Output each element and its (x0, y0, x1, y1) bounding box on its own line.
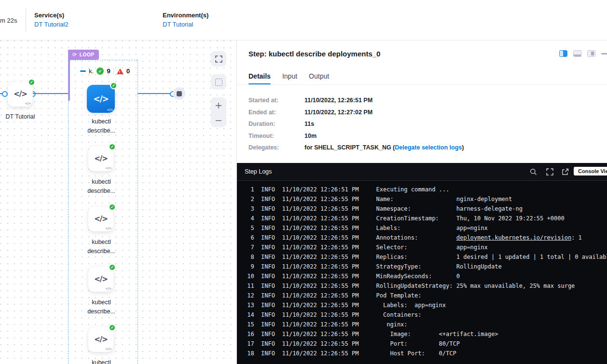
step-title: Step: kubectl describe deployments_0 (248, 50, 380, 58)
fullscreen-icon (215, 55, 222, 63)
edge-start-to-loop (33, 93, 68, 94)
duration-value: 11s (304, 121, 314, 127)
detail-row-delegates: Delegates: for SHELL_SCRIPT_TASK_NG (Del… (248, 144, 464, 151)
log-line: 15 INFO 11/10/2022 12:26:55 PM nginx: (244, 320, 607, 329)
fit-selection-icon (215, 79, 222, 86)
layout-right-view-button[interactable] (587, 50, 595, 57)
node-label-kubectl: kubectldescribe... (73, 238, 130, 256)
log-fullscreen-button[interactable] (546, 168, 553, 175)
success-badge-icon: ✓ (28, 79, 35, 86)
log-open-new-tab-button[interactable] (562, 168, 569, 175)
duration-label: Duration: (248, 121, 304, 127)
log-line: 4 INFO 11/10/2022 12:26:55 PM CreationTi… (244, 214, 607, 223)
tab-output[interactable]: Output (309, 72, 329, 80)
node-stage-end (173, 87, 185, 100)
node-kubectl-describe-selected[interactable]: </> </> ✓ (87, 85, 115, 113)
code-corner-icon: </> (105, 287, 111, 291)
success-badge-icon: ✓ (110, 82, 117, 89)
delegate-selection-logs-link[interactable]: Delegate selection logs (395, 144, 462, 151)
minimize-panel-button[interactable] (601, 53, 607, 54)
timeout-value: 10m (304, 133, 317, 139)
service-link[interactable]: DT Tutorial2 (34, 21, 69, 28)
environment-link[interactable]: DT Tutorial (163, 21, 208, 28)
tabs-border (237, 84, 607, 85)
log-annotation-link[interactable]: deployment.kubernetes.io/revision (456, 234, 571, 241)
log-search-button[interactable] (530, 168, 537, 175)
log-line: 6 INFO 11/10/2022 12:26:55 PM Annotation… (244, 233, 607, 243)
log-line: 2 INFO 11/10/2022 12:26:55 PM Name: ngin… (244, 194, 607, 204)
success-badge-icon: ✓ (109, 203, 116, 211)
log-line: 14 INFO 11/10/2022 12:26:55 PM Container… (244, 310, 607, 320)
detail-row-timeout: Timeout: 10m (248, 133, 464, 139)
node-kubectl-describe-3[interactable]: </> </> ✓ (88, 206, 113, 231)
log-line: 17 INFO 11/10/2022 12:26:55 PM Port: 80/… (244, 339, 607, 349)
node-label-dt-tutorial: DT Tutorial (0, 112, 49, 121)
log-line: 12 INFO 11/10/2022 12:26:55 PM Pod Templ… (244, 291, 607, 300)
node-label-kubectl: kubectldescribe... (73, 298, 130, 316)
loop-icon: ⟳ (72, 52, 77, 58)
layout-bottom-view-button[interactable] (573, 50, 581, 57)
code-corner-icon: </> (107, 108, 113, 112)
success-badge-icon: ✓ (109, 324, 116, 331)
log-line: 16 INFO 11/10/2022 12:26:55 PM Image: <+… (244, 329, 607, 339)
code-icon: </> (94, 154, 108, 163)
search-icon (530, 168, 537, 175)
zoom-out-button[interactable]: − (211, 112, 226, 127)
loop-border-top (70, 60, 138, 60)
console-view-button[interactable]: Console View (574, 167, 607, 175)
log-line: 13 INFO 11/10/2022 12:26:55 PM Labels: a… (244, 300, 607, 310)
loop-border-right (138, 60, 138, 364)
failed-count: 0 (126, 67, 130, 75)
service-label: Service(s) (34, 12, 69, 19)
canvas-fit-button[interactable] (211, 74, 226, 90)
node-label-kubectl: kubectldescribe... (73, 177, 130, 196)
log-line: 7 INFO 11/10/2022 12:26:55 PM Selector: … (244, 243, 607, 252)
log-line: 8 INFO 11/10/2022 12:26:55 PM Replicas: … (244, 252, 607, 262)
loop-badge-label: LOOP (80, 52, 95, 57)
log-line: 5 INFO 11/10/2022 12:26:55 PM Labels: ap… (244, 223, 607, 233)
node-label-kubectl: kubectl (73, 358, 130, 364)
ended-at-value: 11/10/2022, 12:27:02 PM (304, 109, 372, 116)
matrix-name: k. (89, 67, 94, 75)
fullscreen-icon (546, 168, 553, 175)
log-line: 10 INFO 11/10/2022 12:26:55 PM MinReadyS… (244, 271, 607, 281)
node-dt-tutorial[interactable]: </> </> ✓ (8, 81, 33, 107)
code-corner-icon: </> (105, 227, 111, 230)
node-kubectl-describe-5[interactable]: </> </> ✓ (88, 327, 113, 352)
detail-row-duration: Duration: 11s (248, 121, 464, 127)
stop-icon (177, 91, 182, 96)
step-detail-fields: Started at: 11/10/2022, 12:26:51 PM Ende… (248, 97, 464, 156)
execution-duration: m 22s (0, 17, 17, 24)
execution-topbar: m 22s Service(s) DT Tutorial2 Environmen… (0, 0, 607, 40)
timeout-label: Timeout: (248, 133, 304, 139)
delegates-value: for SHELL_SCRIPT_TASK_NG (Delegate selec… (304, 144, 464, 151)
node-kubectl-describe-4[interactable]: </> </> ✓ (88, 267, 113, 292)
environment-block: Environment(s) DT Tutorial (163, 12, 208, 28)
success-count: 9 (107, 67, 110, 75)
loop-border-left (68, 60, 69, 364)
log-line: 3 INFO 11/10/2022 12:26:55 PM Namespace:… (244, 204, 607, 214)
code-corner-icon: </> (105, 347, 111, 351)
tab-input[interactable]: Input (282, 72, 297, 80)
service-block: Service(s) DT Tutorial2 (34, 12, 69, 28)
step-logs-header: Step Logs Console View (237, 163, 607, 181)
external-link-icon (562, 168, 569, 175)
warning-triangle-icon: ! (117, 68, 124, 74)
node-kubectl-describe-2[interactable]: </> </> ✓ (88, 146, 113, 171)
started-at-value: 11/10/2022, 12:26:51 PM (304, 97, 372, 104)
started-at-label: Started at: (248, 97, 304, 104)
detail-row-ended: Ended at: 11/10/2022, 12:27:02 PM (248, 109, 464, 116)
log-line: 9 INFO 11/10/2022 12:26:55 PM StrategyTy… (244, 262, 607, 271)
tab-details[interactable]: Details (248, 72, 271, 80)
loop-badge: ⟳ LOOP (68, 50, 99, 60)
code-icon: </> (14, 90, 27, 98)
zoom-in-button[interactable]: + (211, 97, 226, 112)
collapse-icon[interactable] (80, 70, 86, 72)
delegates-label: Delegates: (248, 144, 304, 151)
code-corner-icon: </> (105, 166, 111, 170)
log-line: 11 INFO 11/10/2022 12:26:55 PM RollingUp… (244, 281, 607, 291)
canvas-fullscreen-button[interactable] (211, 51, 226, 67)
log-lines[interactable]: 1 INFO 11/10/2022 12:26:51 PM Executing … (237, 181, 607, 364)
matrix-header: k. ✓ 9 ! 0 (80, 67, 130, 75)
layout-split-view-button[interactable] (559, 50, 567, 57)
